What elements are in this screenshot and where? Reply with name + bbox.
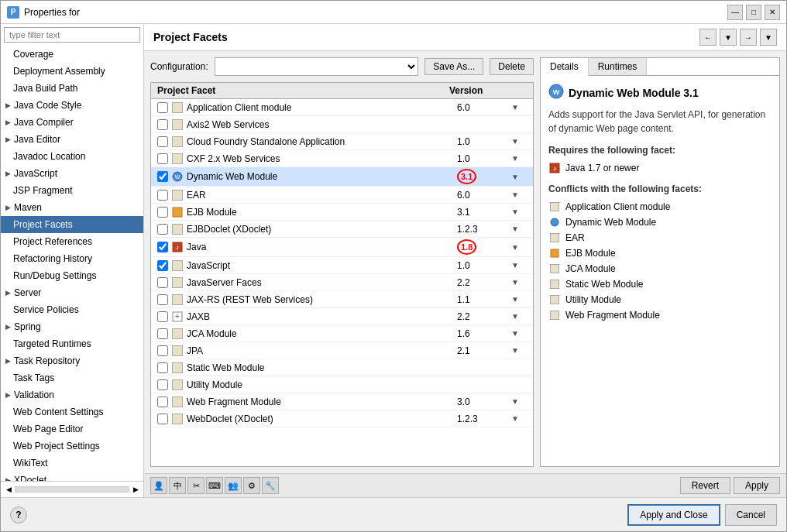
facet-version-ejb: 3.1: [457, 207, 511, 218]
facet-checkbox-ejb[interactable]: [157, 207, 168, 218]
sidebar-item-wikitext[interactable]: WikiText: [1, 455, 143, 472]
facet-checkbox-cxf[interactable]: [157, 153, 168, 164]
help-button[interactable]: ?: [10, 506, 27, 523]
details-conflict-1: Dynamic Web Module: [548, 215, 772, 230]
sidebar-item-task-repository[interactable]: ▶Task Repository: [1, 352, 143, 369]
facet-dropdown-java[interactable]: ▼: [511, 243, 527, 252]
facet-checkbox-static-web[interactable]: [157, 362, 168, 373]
sidebar-item-coverage[interactable]: Coverage: [1, 46, 143, 63]
sidebar-item-web-content-settings[interactable]: Web Content Settings: [1, 403, 143, 420]
facet-dropdown-ejbdoclet[interactable]: ▼: [511, 225, 527, 233]
facet-checkbox-jaxrs[interactable]: [157, 294, 168, 305]
maximize-button[interactable]: □: [746, 5, 761, 20]
details-module-icon: W: [548, 84, 564, 101]
config-select[interactable]: [215, 57, 419, 76]
sidebar-item-project-references[interactable]: Project References: [1, 233, 143, 250]
sidebar-item-java-editor[interactable]: ▶Java Editor: [1, 131, 143, 148]
facet-checkbox-web-fragment[interactable]: [157, 396, 168, 407]
config-label: Configuration:: [150, 61, 208, 72]
facet-checkbox-app-client[interactable]: [157, 102, 168, 113]
forward-button[interactable]: →: [740, 29, 757, 46]
facet-dropdown-jsf[interactable]: ▼: [511, 278, 527, 287]
sidebar-item-maven[interactable]: ▶Maven: [1, 199, 143, 216]
facet-checkbox-ejbdoclet[interactable]: [157, 224, 168, 235]
main-header: Project Facets ← ▼ → ▼: [144, 24, 786, 51]
minimize-button[interactable]: —: [727, 5, 743, 20]
scroll-right-btn[interactable]: ▶: [129, 483, 142, 496]
sidebar-item-javascript[interactable]: ▶JavaScript: [1, 165, 143, 182]
facet-checkbox-axis2[interactable]: [157, 119, 168, 130]
facet-dropdown-app-client[interactable]: ▼: [511, 103, 527, 112]
conflict-icon-0: [548, 201, 561, 213]
facet-checkbox-jca[interactable]: [157, 328, 168, 339]
sidebar-item-server[interactable]: ▶Server: [1, 284, 143, 301]
sidebar-item-run-debug-settings[interactable]: Run/Debug Settings: [1, 267, 143, 284]
sidebar-item-service-policies[interactable]: Service Policies: [1, 301, 143, 318]
sidebar-item-deployment-assembly[interactable]: Deployment Assembly: [1, 63, 143, 80]
scroll-left-btn[interactable]: ◀: [2, 483, 15, 496]
chinese-icon[interactable]: 中: [169, 477, 186, 494]
facet-dropdown-web-fragment[interactable]: ▼: [511, 397, 527, 406]
person-icon[interactable]: 👤: [150, 477, 167, 494]
apply-close-button[interactable]: Apply and Close: [627, 504, 720, 526]
revert-button[interactable]: Revert: [680, 477, 730, 494]
facet-dropdown-jaxb[interactable]: ▼: [511, 312, 527, 321]
facet-dropdown-ejb[interactable]: ▼: [511, 208, 527, 216]
facet-checkbox-ear[interactable]: [157, 190, 168, 201]
facet-dropdown-javascript[interactable]: ▼: [511, 261, 527, 269]
cancel-button[interactable]: Cancel: [725, 504, 777, 526]
settings-icon[interactable]: ⚙: [243, 477, 260, 494]
close-button[interactable]: ✕: [765, 5, 780, 20]
facet-checkbox-cloud-foundry[interactable]: [157, 136, 168, 147]
sidebar-item-project-facets[interactable]: Project Facets: [1, 216, 143, 233]
sidebar-item-refactoring-history[interactable]: Refactoring History: [1, 250, 143, 267]
tab-runtimes[interactable]: Runtimes: [589, 58, 648, 75]
details-conflict-0: Application Client module: [548, 199, 772, 215]
facet-dropdown-webdoclet[interactable]: ▼: [511, 414, 527, 423]
sidebar-item-task-tags[interactable]: Task Tags: [1, 369, 143, 386]
forward-dropdown[interactable]: ▼: [760, 29, 777, 46]
bottom-right-buttons: Revert Apply: [680, 477, 780, 494]
facet-checkbox-jsf[interactable]: [157, 277, 168, 288]
facet-dropdown-jpa[interactable]: ▼: [511, 346, 527, 355]
facet-checkbox-jaxb[interactable]: [157, 311, 168, 322]
facet-dropdown-jca[interactable]: ▼: [511, 329, 527, 338]
facet-dropdown-ear[interactable]: ▼: [511, 190, 527, 199]
nav-dropdown[interactable]: ▼: [720, 29, 737, 46]
keyboard-icon[interactable]: ⌨: [206, 477, 223, 494]
delete-button[interactable]: Delete: [490, 58, 534, 75]
facet-dropdown-dynamic-web[interactable]: ▼: [511, 173, 527, 181]
sidebar-item-xdoclet[interactable]: ▶XDoclet: [1, 472, 143, 481]
facet-checkbox-jpa[interactable]: [157, 345, 168, 356]
cut-icon[interactable]: ✂: [187, 477, 204, 494]
facet-dropdown-jaxrs[interactable]: ▼: [511, 295, 527, 304]
conflict-icon-1: [548, 216, 561, 228]
sidebar-item-java-code-style[interactable]: ▶Java Code Style: [1, 97, 143, 114]
apply-button[interactable]: Apply: [734, 477, 780, 494]
facet-checkbox-java[interactable]: [157, 242, 168, 252]
sidebar-item-targeted-runtimes[interactable]: Targeted Runtimes: [1, 335, 143, 352]
sidebar-item-web-page-editor[interactable]: Web Page Editor: [1, 420, 143, 438]
facets-table: Project Facet Version Application Client…: [150, 82, 534, 467]
filter-input[interactable]: [4, 27, 140, 43]
sidebar-item-validation[interactable]: ▶Validation: [1, 386, 143, 403]
save-as-button[interactable]: Save As...: [424, 58, 483, 75]
facet-dropdown-cxf[interactable]: ▼: [511, 154, 527, 163]
facet-dropdown-cloud-foundry[interactable]: ▼: [511, 137, 527, 146]
sidebar-item-jsp-fragment[interactable]: JSP Fragment: [1, 182, 143, 199]
sidebar-item-java-build-path[interactable]: Java Build Path: [1, 80, 143, 97]
facet-checkbox-javascript[interactable]: [157, 260, 168, 271]
sidebar-item-javadoc-location[interactable]: Javadoc Location: [1, 148, 143, 165]
tab-details[interactable]: Details: [541, 58, 589, 76]
sidebar-item-java-compiler[interactable]: ▶Java Compiler: [1, 114, 143, 131]
facet-checkbox-webdoclet[interactable]: [157, 414, 168, 424]
facet-icon-ejb: [171, 206, 184, 218]
sidebar-item-spring[interactable]: ▶Spring: [1, 318, 143, 335]
tools-icon[interactable]: 🔧: [262, 477, 279, 494]
person2-icon[interactable]: 👥: [225, 477, 242, 494]
sidebar-item-web-project-settings[interactable]: Web Project Settings: [1, 438, 143, 455]
back-button[interactable]: ←: [699, 29, 717, 46]
conflict-icon-7: [548, 309, 561, 321]
facet-checkbox-dynamic-web[interactable]: [157, 171, 168, 182]
facet-checkbox-utility[interactable]: [157, 379, 168, 390]
